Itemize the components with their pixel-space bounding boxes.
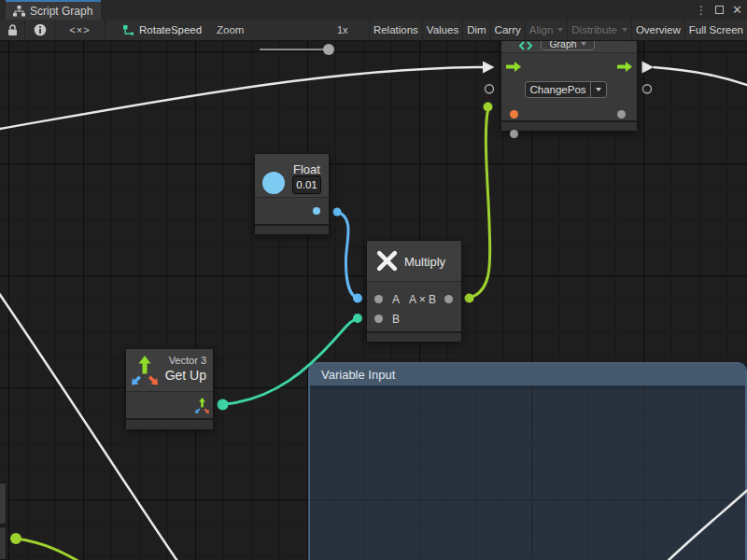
align-dropdown: Align: [525, 20, 568, 40]
tab-bar: Script Graph ⋮ ✕: [0, 0, 747, 20]
variable-name-dropdown[interactable]: ChangePos: [525, 81, 607, 98]
variable-port[interactable]: [510, 110, 518, 119]
zoom-slider-handle[interactable]: [323, 44, 334, 55]
distribute-dropdown: Distribute: [567, 20, 631, 40]
flow-out-port-icon[interactable]: [617, 62, 632, 72]
node-type-label: Vector 3: [169, 355, 206, 366]
node-footer: [501, 122, 637, 131]
float-value: 0.01: [296, 179, 317, 190]
code-preview-button[interactable]: <×>: [55, 20, 106, 40]
port-label-b: B: [392, 313, 400, 326]
zoom-value: 1x: [337, 24, 348, 35]
graph-icon: [13, 6, 25, 17]
offscreen-node-fragment[interactable]: [0, 483, 7, 525]
lock-button[interactable]: [0, 20, 25, 40]
window-maximize-icon[interactable]: [715, 6, 724, 14]
variable-name-label: ChangePos: [526, 82, 590, 97]
chevron-down-icon: [581, 42, 586, 46]
node-footer: [255, 226, 329, 234]
group-box-variable-input: Variable Input: [308, 362, 747, 560]
vector3-get-up-node[interactable]: Vector 3 Get Up: [125, 348, 214, 429]
visual-scripting-icon: [519, 41, 532, 50]
set-variable-node[interactable]: Graph ChangePos: [500, 28, 638, 131]
vector3-out-port-icon[interactable]: [195, 397, 209, 413]
multiply-node[interactable]: Multiply A A × B B: [366, 240, 462, 342]
dropdown-arrow-segment[interactable]: [590, 82, 606, 97]
node-title: Float: [293, 162, 320, 176]
info-button[interactable]: [25, 20, 55, 40]
info-icon: [34, 23, 47, 36]
node-footer: [367, 333, 461, 342]
node-title: Get Up: [165, 368, 206, 383]
offscreen-node-fragment[interactable]: [0, 526, 7, 560]
node-title: Multiply: [404, 255, 445, 269]
value-out-port[interactable]: [617, 110, 626, 119]
flow-in-port-icon[interactable]: [506, 62, 521, 72]
dim-button[interactable]: Dim: [462, 20, 489, 40]
lock-icon: [7, 24, 18, 36]
port-label-out: A × B: [409, 293, 436, 306]
full-screen-button[interactable]: Full Screen: [684, 20, 747, 40]
float-node[interactable]: Float 0.01: [254, 153, 330, 235]
relations-button[interactable]: Relations: [369, 20, 422, 40]
carry-button[interactable]: Carry: [490, 20, 525, 40]
float-value-input[interactable]: 0.01: [292, 175, 321, 194]
vector3-icon: [132, 354, 158, 385]
window-menu-icon[interactable]: ⋮: [696, 5, 707, 16]
values-button[interactable]: Values: [422, 20, 462, 40]
multiply-icon: [375, 249, 399, 273]
chevron-down-icon: [622, 28, 627, 32]
tab-title: Script Graph: [30, 5, 92, 18]
chevron-down-icon: [557, 28, 563, 32]
node-footer: [126, 420, 213, 429]
port-label-a: A: [392, 293, 400, 306]
chevron-down-icon: [596, 88, 601, 91]
multiply-out-port[interactable]: [444, 295, 453, 303]
code-icon: <×>: [69, 24, 90, 35]
graph-toolbar: <×> RotateSpeed Zoom 1x Relations Values…: [0, 20, 747, 41]
zoom-slider[interactable]: [260, 49, 332, 50]
group-box-header[interactable]: Variable Input: [310, 364, 745, 385]
multiply-a-port[interactable]: [374, 295, 383, 303]
float-out-port[interactable]: [313, 207, 320, 215]
overview-button[interactable]: Overview: [631, 20, 684, 40]
zoom-label: Zoom: [217, 24, 244, 35]
macro-asset-icon: [122, 24, 134, 36]
multiply-b-port[interactable]: [374, 315, 383, 323]
float-type-icon: [261, 171, 286, 195]
window-close-icon[interactable]: ✕: [732, 4, 742, 16]
value-in-port[interactable]: [510, 130, 518, 138]
macro-name-label: RotateSpeed: [139, 24, 202, 35]
group-box-title: Variable Input: [321, 368, 395, 382]
tab-script-graph[interactable]: Script Graph: [6, 0, 101, 20]
